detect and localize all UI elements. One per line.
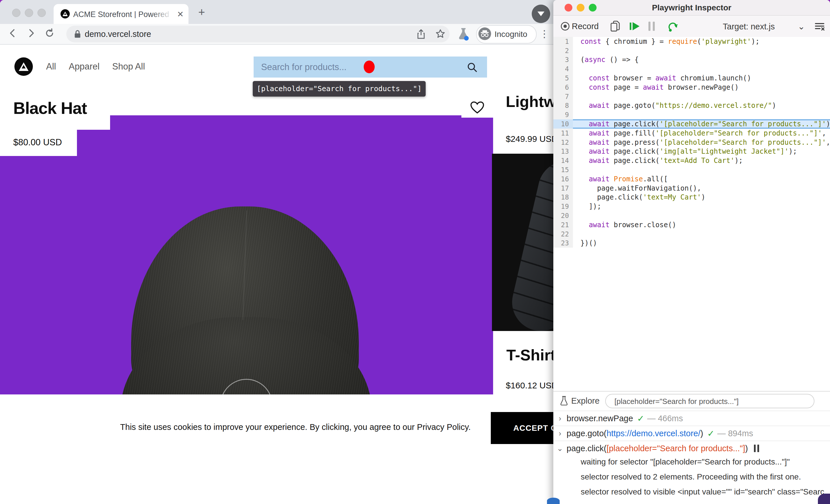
code-line-3: 3(async () => { bbox=[553, 55, 830, 65]
code-line-10: 10 await page.click('[placeholder="Searc… bbox=[553, 119, 830, 129]
back-button[interactable] bbox=[7, 28, 19, 39]
target-chevron-icon[interactable]: ⌄ bbox=[798, 21, 805, 31]
search-input[interactable]: Search for products... bbox=[254, 57, 487, 77]
source-code-panel: 1const { chromium } = require('playwrigh… bbox=[553, 37, 830, 391]
tab-title-fade bbox=[152, 7, 172, 20]
product-price: $80.00 USD bbox=[13, 137, 62, 148]
log-detail-1: waiting for selector "[placeholder="Sear… bbox=[553, 454, 830, 469]
code-line-21: 21 await browser.close() bbox=[553, 220, 830, 229]
line-number: 5 bbox=[553, 73, 573, 83]
inspector-bottom-panel: Explore [placeholder="Search for product… bbox=[553, 391, 830, 504]
window-minimize-button[interactable] bbox=[25, 9, 33, 17]
window-close-button[interactable] bbox=[12, 9, 21, 17]
log-expand-icon[interactable]: › bbox=[553, 414, 567, 423]
line-number: 11 bbox=[553, 129, 573, 138]
code-line-5: 5 const browser = await chromium.launch(… bbox=[553, 73, 830, 83]
new-tab-button[interactable]: + bbox=[198, 7, 205, 17]
cookie-banner-text: This site uses cookies to improve your e… bbox=[87, 422, 504, 432]
browser-toolbar: demo.vercel.store Incognito ⋮ bbox=[0, 24, 557, 45]
record-label: Record bbox=[572, 22, 599, 31]
product-title-bottom[interactable]: T-Shirt bbox=[506, 346, 557, 364]
incognito-label: Incognito bbox=[494, 30, 528, 39]
code-line-2: 2 bbox=[553, 46, 830, 55]
line-number: 13 bbox=[553, 147, 573, 156]
log-expand-icon[interactable]: › bbox=[553, 429, 567, 438]
tab-close-icon[interactable]: ✕ bbox=[177, 9, 184, 19]
explore-flask-icon bbox=[560, 396, 568, 406]
product-title-right[interactable]: Lightweight Jacket bbox=[506, 93, 557, 111]
explore-label: Explore bbox=[571, 396, 600, 406]
record-icon[interactable] bbox=[560, 21, 570, 31]
copy-icon[interactable] bbox=[610, 20, 621, 33]
line-number: 21 bbox=[553, 220, 573, 229]
log-detail-3: selector resolved to visible <input valu… bbox=[553, 484, 830, 499]
log-expand-icon[interactable]: ⌄ bbox=[553, 444, 567, 453]
bookmark-star-icon[interactable] bbox=[435, 29, 446, 39]
line-number: 22 bbox=[553, 229, 573, 239]
nav-link-all[interactable]: All bbox=[46, 61, 56, 72]
code-line-15: 15 bbox=[553, 165, 830, 175]
log-row-2[interactable]: ›page.goto(https://demo.vercel.store/)✓—… bbox=[553, 426, 830, 441]
code-line-17: 17 page.waitForNavigation(), bbox=[553, 184, 830, 193]
clear-log-icon[interactable] bbox=[815, 22, 825, 31]
accept-cookies-button[interactable]: ACCEPT COOKIES bbox=[491, 412, 557, 444]
jacket-product-image[interactable] bbox=[492, 154, 557, 331]
reload-button[interactable] bbox=[44, 28, 56, 39]
browser-tab[interactable]: ACME Storefront | Powered by ✕ bbox=[54, 4, 189, 24]
browser-menu-icon[interactable]: ⋮ bbox=[540, 28, 549, 39]
hero-product-image[interactable] bbox=[0, 115, 493, 395]
nav-link-apparel[interactable]: Apparel bbox=[69, 61, 99, 72]
pause-icon[interactable] bbox=[647, 22, 656, 32]
success-check-icon: ✓ bbox=[637, 413, 644, 423]
code-line-1: 1const { chromium } = require('playwrigh… bbox=[553, 37, 830, 46]
code-line-14: 14 await page.click('text=Add To Cart'); bbox=[553, 156, 830, 165]
line-number: 1 bbox=[553, 37, 573, 46]
code-line-6: 6 const page = await browser.newPage() bbox=[553, 83, 830, 92]
code-line-7: 7 bbox=[553, 92, 830, 101]
address-bar[interactable]: demo.vercel.store bbox=[66, 26, 450, 42]
click-indicator-dot bbox=[364, 61, 375, 73]
store-logo[interactable] bbox=[14, 57, 33, 76]
target-selector[interactable]: Target: next.js bbox=[723, 22, 775, 31]
code-line-19: 19 ]); bbox=[553, 202, 830, 211]
explore-input-value: [placeholder="Search for products..."] bbox=[614, 397, 805, 406]
step-over-icon[interactable] bbox=[667, 21, 679, 32]
line-number: 3 bbox=[553, 55, 573, 65]
line-number: 20 bbox=[553, 211, 573, 220]
resume-icon[interactable] bbox=[629, 21, 640, 31]
log-row-1[interactable]: ›browser.newPage✓— 466ms bbox=[553, 411, 830, 426]
log-duration: — 466ms bbox=[647, 414, 683, 423]
nav-link-shop-all[interactable]: Shop All bbox=[112, 61, 145, 72]
dock-icon-peek-blue bbox=[547, 498, 560, 504]
hero-price-box: $80.00 USD bbox=[0, 130, 77, 156]
share-icon[interactable] bbox=[416, 29, 427, 39]
explore-input[interactable]: [placeholder="Search for products..."] bbox=[605, 394, 815, 408]
code-line-8: 8 await page.goto("https://demo.vercel.s… bbox=[553, 101, 830, 111]
window-zoom-button[interactable] bbox=[37, 9, 46, 17]
code-line-23: 23})() bbox=[553, 239, 830, 248]
log-row-3[interactable]: ⌄page.click([placeholder="Search for pro… bbox=[553, 441, 830, 455]
code-line-4: 4 bbox=[553, 64, 830, 73]
browser-window: ACME Storefront | Powered by ✕ + demo. bbox=[0, 0, 557, 504]
extension-flask-icon[interactable] bbox=[457, 27, 470, 41]
heart-icon[interactable] bbox=[470, 100, 485, 114]
line-number: 17 bbox=[553, 184, 573, 193]
inspector-titlebar: Playwright Inspector bbox=[553, 0, 830, 15]
line-number: 10 bbox=[553, 119, 573, 129]
call-log-list: ›browser.newPage✓— 466ms›page.goto(https… bbox=[553, 411, 830, 455]
success-check-icon: ✓ bbox=[707, 429, 714, 439]
screen: ACME Storefront | Powered by ✕ + demo. bbox=[0, 0, 830, 504]
search-icon[interactable] bbox=[466, 61, 478, 73]
tab-search-button[interactable] bbox=[532, 5, 550, 23]
log-url-link[interactable]: https://demo.vercel.store/ bbox=[607, 429, 701, 438]
tab-strip: ACME Storefront | Powered by ✕ + bbox=[0, 0, 557, 24]
line-number: 8 bbox=[553, 101, 573, 111]
code-line-22: 22 bbox=[553, 229, 830, 239]
wishlist-box bbox=[461, 95, 493, 118]
tab-favicon-icon bbox=[61, 9, 70, 19]
log-detail-2: selector resolved to 2 elements. Proceed… bbox=[553, 469, 830, 484]
line-number: 19 bbox=[553, 202, 573, 211]
forward-button[interactable] bbox=[26, 28, 37, 39]
line-number: 6 bbox=[553, 83, 573, 92]
log-duration: — 894ms bbox=[717, 429, 753, 438]
